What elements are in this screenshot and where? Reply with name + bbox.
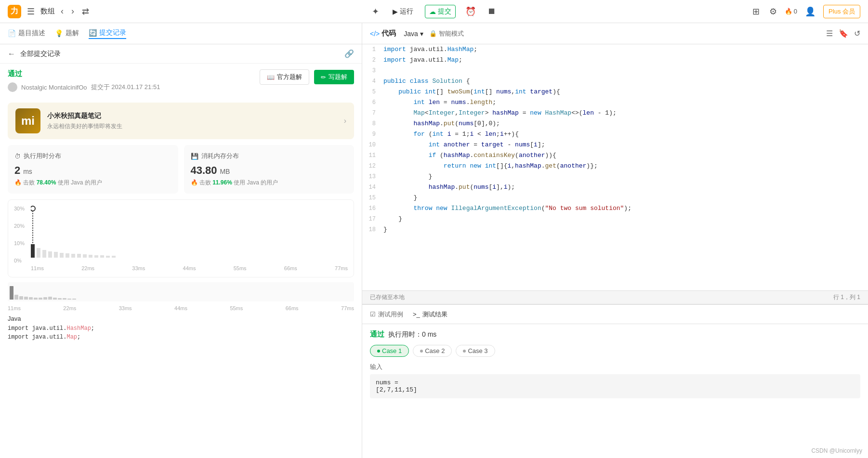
left-panel: 📄 题目描述 💡 题解 🔄 提交记录 ← 全部提交记录 🔗 通过 [0, 23, 362, 458]
case-2-tab[interactable]: Case 2 [413, 345, 452, 357]
code-editor[interactable]: 1 import java.util.HashMap; 2 import jav… [362, 44, 868, 290]
chart-xaxis: 11ms 22ms 33ms 44ms 55ms 66ms 77ms [31, 265, 348, 271]
code-line-15: 15 } [362, 193, 868, 203]
code-line-7: 7 Map<Integer,Integer> hashMap = new Has… [362, 108, 868, 118]
nums-label: nums = [376, 379, 855, 386]
right-panel: </> 代码 Java ▾ 🔒 智能模式 ☰ 🔖 ↺ 1 import java… [362, 23, 868, 458]
mini-bar [63, 298, 66, 300]
time-value-row: 2 ms [14, 164, 171, 177]
back-button[interactable]: ← [8, 50, 15, 58]
svg-rect-8 [77, 254, 81, 258]
mini-bar [14, 295, 18, 300]
language-select[interactable]: Java ▾ [404, 30, 423, 38]
submit-button[interactable]: ☁ 提交 [425, 5, 456, 18]
write-button[interactable]: ✏ 写题解 [314, 70, 354, 84]
code-line-18: 18 } [362, 224, 868, 235]
tab-problem[interactable]: 📄 题目描述 [8, 29, 45, 39]
stop-icon[interactable]: ⏹ [486, 4, 498, 18]
case-dot-grey [463, 350, 466, 353]
code-preview: import java.util.HashMap; import java.ut… [8, 324, 354, 341]
bottom-tabs: ☑ 测试用例 >_ 测试结果 [362, 305, 868, 324]
mem-beat: 11.96% [212, 179, 232, 186]
exec-time: 执行用时：0 ms [388, 330, 436, 339]
mini-bar [53, 298, 57, 300]
code-line-6: 6 int len = nums.length; [362, 97, 868, 108]
mem-value-row: 43.80 MB [191, 164, 348, 177]
nav-right: ⊞ ⚙ 🔥 0 👤 Plus 会员 [750, 4, 860, 19]
tab-submissions[interactable]: 🔄 提交记录 [89, 28, 126, 39]
list-icon[interactable]: ☰ [826, 29, 833, 38]
alarm-icon[interactable]: ⏰ [463, 4, 478, 19]
promo-card[interactable]: mi 小米秋招真题笔记 永远相信美好的事情即将发生 › [8, 103, 354, 139]
svg-rect-11 [94, 255, 98, 258]
refresh-icon[interactable]: ↺ [854, 29, 860, 38]
checkbox-icon: ☑ [370, 311, 376, 318]
bottom-pass-status: 通过 [370, 330, 384, 339]
watermark: CSDN @Unicornlyy [811, 447, 862, 454]
shuffle-icon[interactable]: ⇄ [80, 4, 91, 19]
link-icon[interactable]: 🔗 [344, 49, 354, 58]
case-3-tab[interactable]: Case 3 [456, 345, 495, 357]
time-unit: ms [23, 168, 32, 175]
mini-bar [29, 297, 33, 300]
svg-rect-12 [100, 255, 104, 258]
stats-section: ⏱ 执行用时分布 2 ms 🔥 击败 78.40% 使用 Java 的用户 [8, 145, 354, 194]
grid-icon[interactable]: ⊞ [750, 4, 762, 19]
tab-testresult[interactable]: >_ 测试结果 [413, 310, 447, 319]
mini-bar [72, 299, 76, 300]
time-beat: 78.40% [37, 179, 56, 186]
code-line-2: import java.util.Map; [8, 333, 354, 341]
code-line-3: 3 [362, 65, 868, 76]
nav-back-icon[interactable]: ‹ [59, 4, 66, 18]
svg-point-16 [31, 206, 35, 211]
promo-title: 小米秋招真题笔记 [47, 112, 122, 120]
svg-rect-10 [89, 255, 92, 258]
chart-area: 30% 20% 10% 0% [14, 206, 348, 263]
menu-icon[interactable]: ☰ [25, 4, 37, 19]
submitter-name: Nostalgic MontalcinifOo [21, 84, 87, 91]
svg-rect-1 [37, 248, 40, 258]
case-dot [377, 350, 380, 353]
submission-header: ← 全部提交记录 🔗 [0, 44, 362, 64]
input-label: 输入 [370, 363, 860, 371]
avatar-icon[interactable]: 👤 [803, 4, 817, 19]
settings-icon[interactable]: ⚙ [767, 4, 779, 19]
run-button[interactable]: ▶ 运行 [389, 5, 417, 18]
case-dot-grey [420, 350, 423, 353]
book-icon: 📖 [267, 74, 275, 81]
code-line-5: 5 public int[] twoSum(int[] nums,int tar… [362, 87, 868, 97]
coin-count: 🔥 0 [785, 8, 797, 15]
bookmark-icon[interactable]: 🔖 [839, 29, 848, 38]
tab-solution[interactable]: 💡 题解 [55, 29, 79, 39]
code-line-1: import java.util.HashMap; [8, 324, 354, 333]
logo-icon[interactable]: 力 [8, 5, 21, 18]
mem-value: 43.80 [191, 164, 217, 176]
submission-meta: Nostalgic MontalcinifOo 提交于 2024.01.17 2… [8, 82, 160, 92]
main-layout: 📄 题目描述 💡 题解 🔄 提交记录 ← 全部提交记录 🔗 通过 [0, 23, 868, 458]
mem-unit: MB [220, 168, 230, 175]
tab-testcase[interactable]: ☑ 测试用例 [370, 310, 403, 319]
sun-icon[interactable]: ✦ [370, 4, 381, 19]
svg-rect-9 [83, 254, 87, 258]
official-button[interactable]: 📖 官方题解 [260, 69, 309, 85]
bottom-panel: ☑ 测试用例 >_ 测试结果 通过 执行用时：0 ms Case 1 [362, 304, 868, 458]
plus-button[interactable]: Plus 会员 [823, 5, 860, 18]
code-line-16: 16 throw new IllegalArgumentException("N… [362, 203, 868, 214]
nav-forward-icon[interactable]: › [69, 4, 76, 18]
pass-row: 通过 执行用时：0 ms [370, 330, 860, 339]
svg-rect-5 [60, 253, 64, 258]
mini-bar [43, 297, 47, 300]
chart-yaxis: 30% 20% 10% 0% [14, 206, 25, 263]
action-btns: 📖 官方题解 ✏ 写题解 [260, 69, 354, 85]
svg-rect-14 [112, 256, 116, 258]
edit-icon: ✏ [321, 74, 326, 81]
mini-bar [39, 298, 42, 300]
submit-time: 提交于 2024.01.17 21:51 [91, 83, 160, 92]
chart-svg [31, 206, 348, 259]
promo-logo: mi [21, 114, 35, 128]
code-line-13: 13 } [362, 171, 868, 182]
svg-rect-13 [106, 256, 110, 258]
svg-rect-0 [31, 244, 35, 258]
case-1-tab[interactable]: Case 1 [370, 345, 409, 357]
avatar [8, 82, 17, 92]
